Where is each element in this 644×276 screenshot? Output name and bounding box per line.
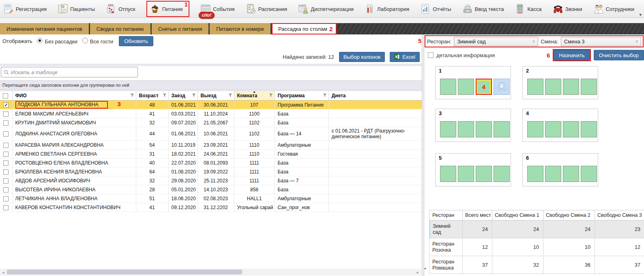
table-row[interactable]: КРУТИН ДМИТРИЙ МАКСИМОВИЧ3209.07.202021.… [0, 118, 422, 127]
seat-free[interactable] [563, 79, 579, 95]
toolbar-item-calls[interactable]: Звонки [553, 1, 582, 17]
seat-free[interactable] [563, 121, 579, 137]
toolbar-item-food[interactable]: Питание1 [146, 1, 189, 17]
table-row[interactable]: ВЫСОТЕВА ИРИНА НИКОЛАЕВНА2805.01.202014.… [0, 185, 422, 194]
summary-row[interactable]: Ресторан Ромашка37323637 [430, 256, 644, 274]
column-header-6[interactable]: Диета [328, 91, 422, 101]
row-checkbox[interactable] [3, 152, 9, 157]
summary-column-header-4[interactable]: Свободно Смена 3 [595, 210, 644, 220]
tab-seating[interactable]: Рассадка по столам2 [272, 23, 337, 34]
summary-scroll-right-icon[interactable]: ▸ [425, 266, 427, 270]
filter-icon[interactable] [323, 93, 327, 98]
row-checkbox[interactable] [3, 131, 9, 137]
row-checkbox[interactable] [3, 111, 9, 117]
table-row[interactable]: ЕЛКОВ МАКСИМ АРСЕНЬЕВИЧ4103.03.202111.10… [0, 109, 422, 118]
column-header-2[interactable]: Заезд [168, 91, 197, 101]
seat-free[interactable] [581, 79, 597, 95]
row-checkbox[interactable] [3, 103, 9, 108]
excel-export-button[interactable]: Excel [390, 52, 420, 62]
table-row[interactable]: ЛОДКОВА ГУЛЬНАРА АНТОНОВНА34801.06.20213… [0, 101, 422, 109]
seat-free[interactable] [527, 121, 543, 137]
seat-occupied[interactable] [494, 79, 510, 95]
toolbar-item-registration[interactable]: Регистрация [3, 1, 47, 17]
row-checkbox[interactable] [3, 120, 9, 126]
refresh-button[interactable]: Обновить [119, 36, 153, 46]
display-option-radio-0[interactable] [37, 38, 43, 43]
seat-free[interactable] [494, 166, 510, 182]
column-header-0[interactable]: ФИО [12, 91, 136, 101]
toolbar-item-cash[interactable]: Касса [515, 1, 541, 17]
seat-free[interactable] [581, 121, 597, 137]
column-chooser-button[interactable]: Выбор колонок [339, 52, 385, 62]
summary-column-header-0[interactable]: Ресторан [430, 210, 463, 220]
display-option-radio-1[interactable] [82, 38, 88, 43]
summary-column-header-3[interactable]: Свободно Смена 2 [543, 210, 595, 220]
toolbar-overflow-icon[interactable]: ▾ [639, 12, 642, 17]
summary-column-header-2[interactable]: Свободно Смена 1 [492, 210, 543, 220]
seat-free[interactable] [527, 79, 543, 95]
seat-free[interactable] [440, 79, 456, 95]
seat-free[interactable] [545, 166, 561, 182]
select-all-checkbox[interactable] [3, 93, 8, 98]
tab-in-room[interactable]: Питаются в номере [210, 23, 270, 34]
seat-free[interactable] [476, 121, 492, 137]
toolbar-item-staff[interactable]: Сотрудники [593, 1, 634, 17]
seat-free[interactable] [581, 166, 597, 182]
row-checkbox[interactable] [3, 169, 9, 175]
row-checkbox[interactable] [3, 160, 9, 166]
row-checkbox[interactable] [3, 187, 9, 193]
summary-row[interactable]: Зимний сад24242423 [430, 220, 644, 238]
seat-free[interactable] [458, 79, 474, 95]
seat-free[interactable] [527, 166, 543, 182]
toolbar-item-laboratory[interactable]: Лаборатория [365, 1, 409, 17]
tab-removed[interactable]: Снятые с питания [152, 23, 209, 34]
search-input[interactable] [11, 69, 135, 75]
row-checkbox[interactable] [3, 143, 9, 148]
row-checkbox[interactable] [3, 178, 9, 184]
tab-summary[interactable]: Сводка по питанию [90, 23, 150, 34]
seat-free[interactable] [440, 166, 456, 182]
filter-icon[interactable] [228, 93, 232, 98]
tab-changes[interactable]: Изменения питания пациентов [0, 23, 89, 34]
column-header-4[interactable]: Комната▲ [234, 91, 275, 101]
seat-free[interactable] [545, 121, 561, 137]
row-checkbox[interactable] [3, 196, 9, 201]
toolbar-item-dispatch[interactable]: Диспетчеризация [298, 1, 354, 17]
filter-icon[interactable] [192, 93, 196, 98]
column-header-1[interactable]: Возраст [136, 91, 168, 101]
row-checkbox[interactable] [3, 205, 9, 210]
table-row[interactable]: КАВЕРОВ КОНСТАНТИН КОНСТАНТИНОВИЧ4109.12… [0, 203, 422, 212]
seat-free[interactable] [545, 79, 561, 95]
seat-free[interactable] [494, 121, 510, 137]
scrollbar-thumb[interactable] [7, 270, 242, 274]
select-all-header[interactable] [0, 91, 12, 101]
table-row[interactable]: КАРАСЕВА МАРИЯ АЛЕКСАНДРОВНА5410.11.2019… [0, 141, 422, 150]
column-header-3[interactable]: Выезд [197, 91, 234, 101]
toolbar-item-patients[interactable]: Пациенты [58, 1, 95, 17]
column-header-5[interactable]: Программа [275, 91, 328, 101]
table-row[interactable]: АРМЕНКО СВЕТЛАНА СЕРГЕЕВНА3118.02.202124… [0, 150, 422, 158]
toolbar-item-vacation[interactable]: Отпуск [106, 1, 135, 17]
summary-column-header-1[interactable]: Всего мест [463, 210, 492, 220]
seat-free[interactable] [440, 121, 456, 137]
summary-row[interactable]: Ресторан Розочка12101012 [430, 238, 644, 256]
table-row[interactable]: РОСТОВЦЕНКО ЕЛЕНА ВЛАДЛЕНОВНА4022.07.202… [0, 158, 422, 167]
horizontal-scrollbar[interactable]: ◂ ▸ [0, 269, 421, 276]
scroll-left-icon[interactable]: ◂ [0, 270, 6, 274]
seat-selected[interactable]: 4 [476, 79, 492, 95]
filter-icon[interactable] [130, 93, 134, 98]
seat-free[interactable] [563, 166, 579, 182]
toolbar-item-schedules[interactable]: Расписания [246, 1, 287, 17]
filter-icon[interactable] [163, 93, 167, 98]
seat-free[interactable] [476, 166, 492, 182]
table-row[interactable]: БРЮЛЛЕВА КСЕНИЯ ВЛАДЛЕНОВНА6401.08.20201… [0, 167, 422, 176]
toolbar-item-events[interactable]: Событияcito! [200, 1, 235, 17]
scroll-right-icon[interactable]: ▸ [414, 270, 421, 274]
seat-free[interactable] [458, 121, 474, 137]
toolbar-item-reports[interactable]: Отчёты [420, 1, 451, 17]
table-row[interactable]: ЛОДКИНА АНАСТАСИЯ ОЛЕГОВНА4401.06.202110… [0, 127, 422, 141]
seat-free[interactable] [458, 166, 474, 182]
table-row[interactable]: АВДОВ АРСЕНИЙ ИОСИФОВИЧ3229.08.202025.11… [0, 176, 422, 185]
toolbar-item-text-entry[interactable]: Ввод текста [462, 1, 504, 17]
filter-icon[interactable] [269, 93, 273, 98]
